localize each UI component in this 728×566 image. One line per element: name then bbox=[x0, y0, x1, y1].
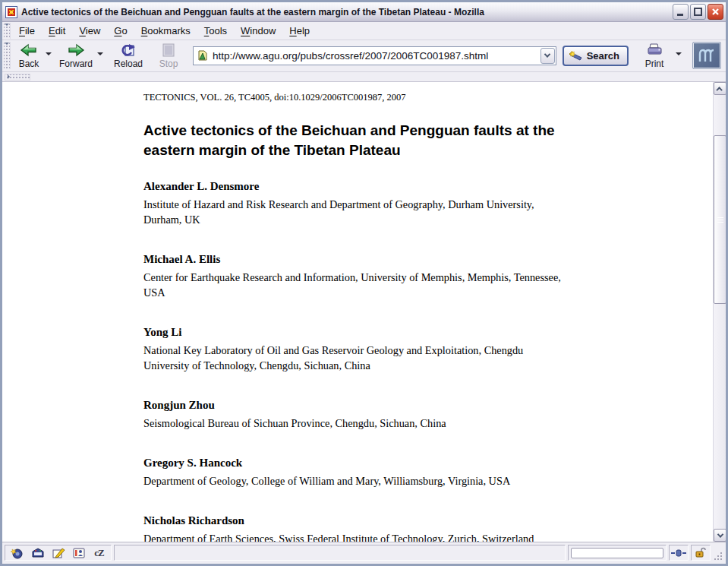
chevron-down-icon bbox=[717, 531, 723, 537]
composer-icon[interactable] bbox=[51, 546, 65, 559]
menu-go[interactable]: Go bbox=[107, 22, 134, 40]
author-name: Michael A. Ellis bbox=[143, 253, 726, 266]
back-button[interactable]: Back bbox=[12, 41, 46, 70]
back-arrow-icon bbox=[20, 43, 38, 58]
author-name: Gregory S. Hancock bbox=[143, 457, 726, 470]
menu-tools[interactable]: Tools bbox=[197, 22, 234, 40]
online-status[interactable] bbox=[669, 545, 689, 561]
menu-window[interactable]: Window bbox=[234, 22, 282, 40]
url-dropdown-button[interactable] bbox=[540, 48, 555, 64]
chatzilla-icon[interactable]: cZ bbox=[92, 546, 106, 559]
menubar-grippy[interactable] bbox=[4, 23, 11, 39]
back-dropdown-arrow[interactable] bbox=[46, 52, 52, 58]
personal-toolbar-collapsed bbox=[2, 72, 726, 82]
chevron-up-icon bbox=[716, 87, 722, 93]
navigator-icon[interactable] bbox=[10, 546, 24, 559]
minimize-icon bbox=[676, 8, 685, 16]
url-input[interactable] bbox=[213, 47, 540, 65]
menu-edit[interactable]: Edit bbox=[42, 22, 72, 40]
printer-icon bbox=[645, 43, 663, 58]
stop-button: Stop bbox=[152, 41, 185, 70]
vertical-scrollbar[interactable] bbox=[713, 82, 726, 542]
author-block: Gregory S. Hancock Department of Geology… bbox=[143, 457, 726, 489]
reload-button[interactable]: Reload bbox=[109, 41, 147, 70]
maximize-icon bbox=[694, 8, 702, 16]
author-block: Michael A. Ellis Center for Earthquake R… bbox=[143, 253, 726, 300]
personal-toolbar-grippy[interactable] bbox=[5, 74, 30, 81]
forward-button[interactable]: Forward bbox=[55, 41, 97, 70]
article-page: TECTONICS, VOL. 26, TC4005, doi:10.1029/… bbox=[2, 82, 726, 542]
progress-meter bbox=[568, 545, 667, 561]
browser-viewport: TECTONICS, VOL. 26, TC4005, doi:10.1029/… bbox=[2, 82, 726, 542]
menu-file[interactable]: File bbox=[12, 22, 42, 40]
forward-dropdown-arrow[interactable] bbox=[97, 52, 103, 58]
author-name: Yong Li bbox=[143, 326, 726, 339]
minimize-button[interactable] bbox=[673, 4, 689, 20]
mozilla-throbber[interactable] bbox=[692, 42, 721, 69]
author-name: Rongjun Zhou bbox=[143, 399, 726, 412]
scrollbar-thumb[interactable] bbox=[714, 135, 726, 304]
menu-view[interactable]: View bbox=[72, 22, 107, 40]
progress-bar bbox=[571, 548, 663, 558]
stop-icon bbox=[159, 43, 178, 58]
plug-icon bbox=[671, 549, 686, 558]
print-button[interactable]: Print bbox=[638, 41, 671, 70]
reload-icon bbox=[119, 43, 137, 58]
unlock-icon bbox=[695, 547, 707, 558]
author-affiliation: Department of Geology, College of Willia… bbox=[143, 473, 566, 489]
scroll-down-button[interactable] bbox=[714, 529, 726, 542]
author-name: Nicholas Richardson bbox=[143, 514, 726, 527]
mail-icon[interactable] bbox=[30, 546, 45, 559]
maximize-button[interactable] bbox=[690, 4, 706, 20]
chevron-down-icon bbox=[544, 51, 550, 57]
author-affiliation: Center for Earthquake Research and Infor… bbox=[143, 270, 566, 300]
menu-bar: File Edit View Go Bookmarks Tools Window… bbox=[2, 22, 726, 40]
author-name: Alexander L. Densmore bbox=[143, 180, 726, 193]
bookmark-page-icon bbox=[197, 49, 209, 62]
window-title: Active tectonics of the Beichuan and Pen… bbox=[21, 7, 671, 17]
article-title: Active tectonics of the Beichuan and Pen… bbox=[143, 121, 576, 160]
scrollbar-grip bbox=[717, 216, 723, 224]
flashlight-icon bbox=[569, 50, 584, 62]
mozilla-app-icon[interactable] bbox=[5, 6, 17, 18]
print-dropdown-arrow[interactable] bbox=[676, 52, 682, 58]
url-bar bbox=[193, 46, 556, 65]
author-block: Yong Li National Key Laboratory of Oil a… bbox=[143, 326, 726, 373]
author-block: Alexander L. Densmore Institute of Hazar… bbox=[143, 180, 726, 227]
mozilla-m-logo-icon bbox=[697, 46, 717, 65]
title-bar: Active tectonics of the Beichuan and Pen… bbox=[2, 2, 726, 22]
security-status[interactable] bbox=[691, 545, 711, 561]
menu-bookmarks[interactable]: Bookmarks bbox=[134, 22, 197, 40]
toolbar-grippy[interactable] bbox=[4, 42, 11, 69]
status-bar: cZ bbox=[2, 542, 726, 564]
author-block: Rongjun Zhou Seismological Bureau of Sic… bbox=[143, 399, 726, 431]
status-text bbox=[114, 545, 566, 561]
navigation-toolbar: Back Forward Reload Stop bbox=[2, 40, 726, 72]
forward-arrow-icon bbox=[67, 43, 85, 58]
resize-grip[interactable] bbox=[713, 546, 723, 561]
journal-citation-line: TECTONICS, VOL. 26, TC4005, doi:10.1029/… bbox=[143, 92, 726, 103]
author-affiliation: National Key Laboratory of Oil and Gas R… bbox=[143, 343, 566, 373]
search-button[interactable]: Search bbox=[563, 46, 629, 66]
author-affiliation: Institute of Hazard and Risk Research an… bbox=[143, 197, 566, 227]
address-book-icon[interactable] bbox=[71, 546, 86, 559]
close-button[interactable] bbox=[708, 4, 723, 20]
scroll-up-button[interactable] bbox=[714, 82, 726, 95]
author-affiliation: Department of Earth Sciences, Swiss Fede… bbox=[143, 531, 608, 542]
author-affiliation: Seismological Bureau of Sichuan Province… bbox=[143, 416, 566, 431]
menu-help[interactable]: Help bbox=[282, 22, 317, 40]
author-block: Nicholas Richardson Department of Earth … bbox=[143, 514, 726, 542]
browser-window: Active tectonics of the Beichuan and Pen… bbox=[0, 0, 728, 566]
component-bar: cZ bbox=[5, 545, 112, 561]
close-icon bbox=[711, 8, 720, 16]
